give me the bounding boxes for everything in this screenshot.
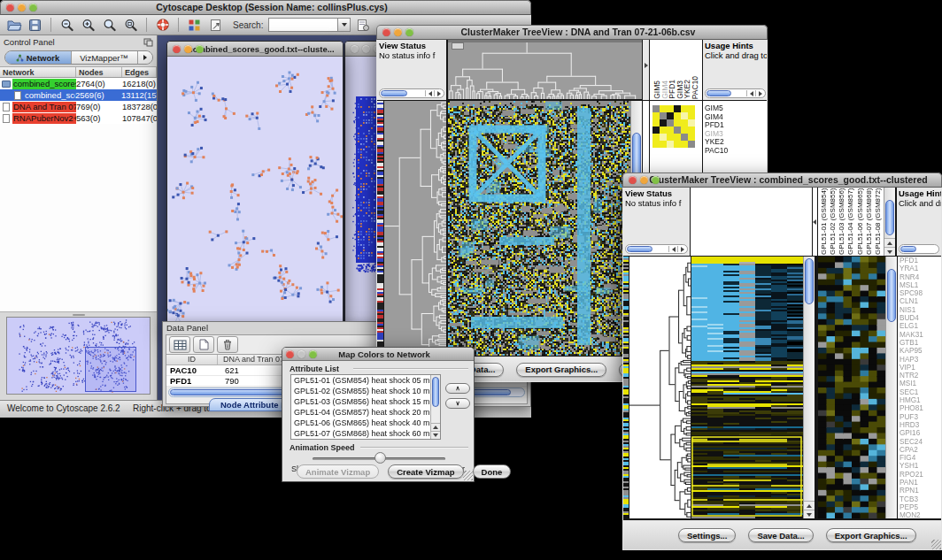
- minimize-icon[interactable]: [18, 4, 26, 12]
- column-label[interactable]: GPL51-02 (GSM855): [829, 188, 837, 255]
- matrix-cell[interactable]: [652, 134, 660, 141]
- matrix-cell[interactable]: [674, 112, 681, 119]
- scroll-down-button[interactable]: [884, 247, 895, 256]
- gene-label[interactable]: RPO21: [900, 471, 941, 479]
- matrix-cell[interactable]: [667, 112, 674, 119]
- network-grid-canvas[interactable]: [345, 57, 379, 325]
- scrollbar-thumb[interactable]: [805, 258, 814, 304]
- column-header[interactable]: Nodes: [76, 67, 122, 77]
- minimize-icon[interactable]: [362, 45, 370, 53]
- scroll-right-button[interactable]: [677, 246, 686, 252]
- matrix-cell[interactable]: [674, 127, 681, 134]
- column-label[interactable]: GIM3: [676, 81, 684, 99]
- minimize-icon[interactable]: [297, 350, 305, 358]
- netview-titlebar[interactable]: combined_scores_good.txt--cluste...: [167, 42, 343, 57]
- gene-label[interactable]: NIS1: [900, 306, 941, 314]
- gene-label[interactable]: SEC24: [900, 438, 941, 446]
- network-table-row[interactable]: combined_scores_good.txt--clustered 2569…: [0, 89, 157, 101]
- matrix-cell[interactable]: [660, 141, 667, 148]
- close-icon[interactable]: [6, 4, 14, 12]
- network-table-row[interactable]: RNAPuberNov2+DNA 563(0) 107847(0): [0, 112, 157, 124]
- attribute-browser-button[interactable]: [353, 16, 372, 34]
- resize-grip[interactable]: [931, 540, 941, 549]
- scroll-down-button[interactable]: [431, 431, 440, 439]
- new-attribute-button[interactable]: [193, 336, 214, 353]
- gene-label[interactable]: RPN1: [900, 487, 941, 495]
- close-icon[interactable]: [173, 45, 181, 53]
- zoom-heatmap-canvas[interactable]: [818, 257, 885, 518]
- labels-vscrollbar[interactable]: [884, 188, 895, 256]
- attribute-item[interactable]: GPL51-03 (GSM856) heat shock 15 min: [291, 396, 440, 407]
- gene-label[interactable]: MON2: [900, 511, 941, 518]
- attribute-item[interactable]: GPL51-06 (GSM865) heat shock 40 min: [291, 418, 440, 428]
- scrollbar-thumb[interactable]: [627, 246, 652, 252]
- matrix-cell[interactable]: [681, 112, 688, 119]
- scroll-down-button[interactable]: [804, 510, 815, 518]
- treeview-action-button[interactable]: Export Graphics...: [826, 528, 916, 542]
- select-attributes-button[interactable]: [169, 336, 190, 353]
- gene-label[interactable]: GTB1: [900, 339, 941, 347]
- matrix-cell[interactable]: [674, 119, 681, 127]
- matrix-cell[interactable]: [688, 119, 695, 127]
- row-dendrogram-canvas[interactable]: [629, 257, 691, 518]
- matrix-cell[interactable]: [681, 141, 688, 148]
- gene-label[interactable]: MSL1: [900, 281, 941, 289]
- gene-label[interactable]: PFD1: [900, 257, 941, 265]
- annotation-button[interactable]: [206, 16, 225, 34]
- network-view-canvas[interactable]: [167, 57, 343, 325]
- column-label[interactable]: GPL51-06 (GSM865): [856, 188, 864, 255]
- mini-hscrollbar[interactable]: [379, 88, 444, 98]
- search-input[interactable]: [268, 18, 337, 32]
- id-column-header[interactable]: ID: [166, 355, 218, 364]
- zoom-window-icon[interactable]: [405, 28, 413, 36]
- search-dropdown-button[interactable]: [337, 18, 351, 32]
- scrollbar-thumb[interactable]: [885, 200, 894, 235]
- zoom-in-button[interactable]: [79, 16, 97, 34]
- gene-label[interactable]: SEC1: [900, 388, 941, 396]
- scroll-right-button[interactable]: [434, 90, 443, 96]
- matrix-cell[interactable]: [688, 127, 695, 134]
- matrix-cell[interactable]: [681, 119, 688, 127]
- mini-hscrollbar[interactable]: [899, 244, 939, 254]
- matrix-cell[interactable]: [660, 105, 667, 112]
- scrollbar-thumb[interactable]: [381, 90, 407, 96]
- attribute-item[interactable]: GPL51-01 (GSM854) heat shock 05 min: [291, 375, 440, 386]
- gene-label[interactable]: HRD3: [900, 421, 941, 429]
- gene-label[interactable]: MSI1: [900, 380, 941, 387]
- matrix-cell[interactable]: [688, 112, 695, 119]
- column-dendrogram-canvas[interactable]: [448, 40, 642, 99]
- column-header[interactable]: Edges: [122, 67, 157, 77]
- matrix-cell[interactable]: [681, 105, 688, 112]
- treeview-action-button[interactable]: Save Data...: [748, 528, 813, 542]
- splitter-strip[interactable]: [813, 188, 817, 256]
- dialog-button[interactable]: Create Vizmap: [388, 464, 463, 479]
- network-overview-panel[interactable]: [6, 317, 151, 395]
- heatmap-canvas[interactable]: [448, 101, 630, 356]
- minimize-icon[interactable]: [394, 28, 402, 36]
- correlation-matrix[interactable]: [652, 105, 695, 148]
- close-icon[interactable]: [286, 350, 294, 358]
- tab-network[interactable]: Network: [5, 51, 72, 64]
- matrix-cell[interactable]: [660, 127, 667, 134]
- scroll-up-button[interactable]: [884, 238, 895, 247]
- dialog-button[interactable]: Done: [473, 464, 512, 479]
- treeview-action-button[interactable]: Export Graphics...: [516, 363, 606, 377]
- matrix-cell[interactable]: [681, 127, 688, 134]
- matrix-cell[interactable]: [652, 112, 660, 119]
- gene-label[interactable]: CPA2: [900, 446, 941, 454]
- treeview1-titlebar[interactable]: ClusterMaker TreeView : DNA and Tran 07-…: [376, 25, 768, 40]
- gene-label[interactable]: HMG1: [900, 396, 941, 404]
- column-dendrogram-area[interactable]: [691, 188, 812, 256]
- matrix-cell[interactable]: [667, 134, 674, 141]
- delete-attribute-button[interactable]: [217, 336, 238, 353]
- treeview-action-button[interactable]: Settings...: [678, 528, 736, 542]
- resize-grip[interactable]: [463, 471, 473, 480]
- zoom-selected-button[interactable]: [100, 16, 119, 34]
- matrix-cell[interactable]: [652, 141, 660, 148]
- close-icon[interactable]: [629, 176, 637, 184]
- zoom-window-icon[interactable]: [29, 4, 37, 12]
- zoom-vscrollbar[interactable]: [885, 257, 897, 518]
- scroll-left-button[interactable]: [668, 246, 677, 252]
- splitter-strip[interactable]: [643, 40, 649, 100]
- matrix-cell[interactable]: [667, 127, 674, 134]
